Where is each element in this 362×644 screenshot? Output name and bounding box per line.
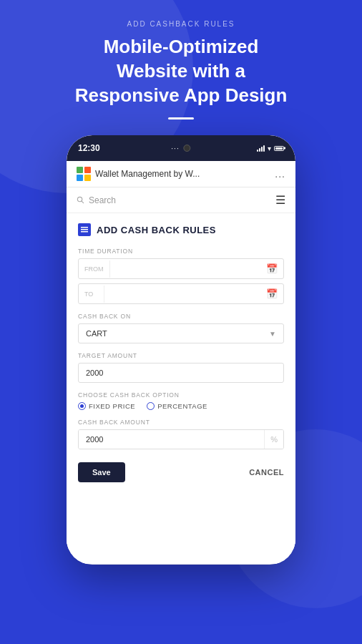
notch: ··· xyxy=(171,145,190,152)
notch-dots: ··· xyxy=(171,145,179,152)
choose-option-label: CHOOSE CASH BACK OPTION xyxy=(78,391,284,399)
radio-percentage[interactable]: PERCENTAGE xyxy=(147,402,207,410)
target-amount-section: TARGET AMOUNT xyxy=(78,352,284,383)
header-area: ADD CASHBACK RULES Mobile-Optimized Webs… xyxy=(0,0,362,135)
to-calendar-icon[interactable]: 📅 xyxy=(260,284,283,303)
cashback-on-value: CART xyxy=(86,329,107,338)
battery-icon xyxy=(274,146,284,151)
app-logo-area: Wallet Management by W... xyxy=(77,167,200,181)
svg-rect-2 xyxy=(77,175,83,181)
search-icon xyxy=(77,196,84,204)
radio-fixed-price[interactable]: FIXED PRICE xyxy=(78,402,135,410)
form-container: ADD CASH BACK RULES TIME DURATION FROM 📅… xyxy=(67,213,295,564)
status-time: 12:30 xyxy=(78,143,100,153)
cashback-on-label: CASH BACK ON xyxy=(78,313,284,320)
radio-group: FIXED PRICE PERCENTAGE xyxy=(78,402,284,410)
from-date-input[interactable] xyxy=(110,260,261,278)
app-menu-dots[interactable]: ... xyxy=(275,168,285,180)
signal-icon xyxy=(257,145,265,152)
page-heading-text: ADD CASH BACK RULES xyxy=(97,225,216,235)
time-duration-section: TIME DURATION FROM 📅 TO 📅 xyxy=(78,248,284,304)
from-label: FROM xyxy=(79,260,110,278)
app-logo-icon xyxy=(77,167,91,181)
cashback-on-select[interactable]: CART ▼ xyxy=(78,323,284,343)
save-button[interactable]: Save xyxy=(78,462,125,482)
title-divider xyxy=(168,117,194,119)
search-bar: Search ☰ xyxy=(67,187,295,213)
amount-field: % xyxy=(78,429,284,449)
from-date-field: FROM 📅 xyxy=(78,258,284,279)
svg-rect-0 xyxy=(77,167,83,173)
main-title: Mobile-Optimized Website with a Responsi… xyxy=(67,35,295,107)
svg-rect-3 xyxy=(84,175,91,181)
heading-icon xyxy=(78,223,91,236)
hamburger-icon[interactable]: ☰ xyxy=(275,193,285,207)
buttons-row: Save CANCEL xyxy=(78,462,284,482)
svg-rect-1 xyxy=(84,167,91,173)
cashback-amount-label: CASH BACK AMOUNT xyxy=(78,419,284,426)
search-placeholder[interactable]: Search xyxy=(89,195,116,205)
svg-rect-7 xyxy=(81,229,88,230)
to-label: TO xyxy=(79,286,104,303)
app-topbar: Wallet Management by W... ... xyxy=(67,161,295,187)
cashback-on-section: CASH BACK ON CART ▼ xyxy=(78,313,284,343)
target-amount-input[interactable] xyxy=(78,363,284,383)
to-date-field: TO 📅 xyxy=(78,283,284,304)
phone-body: Wallet Management by W... ... Search ☰ xyxy=(67,161,295,564)
search-left: Search xyxy=(77,195,116,205)
target-amount-label: TARGET AMOUNT xyxy=(78,352,284,359)
time-duration-label: TIME DURATION xyxy=(78,248,284,255)
cashback-option-section: CHOOSE CASH BACK OPTION FIXED PRICE PERC… xyxy=(78,391,284,410)
camera xyxy=(184,145,191,152)
svg-rect-6 xyxy=(81,227,88,228)
app-title: Wallet Management by W... xyxy=(95,169,200,179)
cancel-button[interactable]: CANCEL xyxy=(249,468,284,477)
svg-rect-8 xyxy=(81,231,88,233)
phone-frame: 12:30 ··· ▾ xyxy=(67,135,295,565)
amount-suffix: % xyxy=(264,430,283,449)
status-icons: ▾ xyxy=(257,145,284,152)
radio-percentage-circle xyxy=(147,402,155,410)
page-heading: ADD CASH BACK RULES xyxy=(78,223,284,236)
wifi-icon: ▾ xyxy=(268,145,271,152)
radio-percentage-label: PERCENTAGE xyxy=(157,402,207,410)
radio-fixed-label: FIXED PRICE xyxy=(89,402,135,410)
from-calendar-icon[interactable]: 📅 xyxy=(260,259,283,278)
cashback-amount-section: CASH BACK AMOUNT % xyxy=(78,419,284,449)
cashback-amount-input[interactable] xyxy=(79,430,264,449)
status-bar: 12:30 ··· ▾ xyxy=(67,135,295,161)
list-icon xyxy=(80,225,89,234)
to-date-input[interactable] xyxy=(104,285,260,303)
svg-line-5 xyxy=(82,201,84,203)
subtitle: ADD CASHBACK RULES xyxy=(127,20,235,28)
radio-fixed-circle xyxy=(78,402,86,410)
select-arrow-icon: ▼ xyxy=(269,330,276,338)
